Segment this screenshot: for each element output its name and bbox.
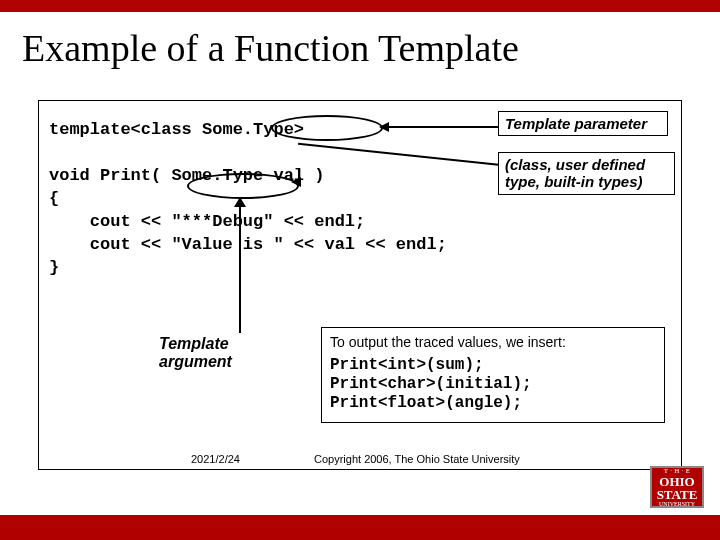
circle-sometype-decl <box>271 115 383 141</box>
top-red-bar <box>0 0 720 12</box>
annotation-template-parameter: Template parameter <box>498 111 668 136</box>
footer-date: 2021/2/24 <box>191 453 240 465</box>
arrow-note-head <box>291 177 301 187</box>
content-frame: template<class Some.Type> void Print( So… <box>38 100 682 470</box>
insert-box: To output the traced values, we insert: … <box>321 327 665 423</box>
slide-title: Example of a Function Template <box>22 26 519 70</box>
annotation-param-note: (class, user defined type, built-in type… <box>498 152 675 195</box>
arrow-argument-head <box>234 197 246 207</box>
insert-caption: To output the traced values, we insert: <box>330 334 656 350</box>
logo-university: UNIVERSITY <box>659 501 695 507</box>
osu-logo: T · H · E OHIO STATE UNIVERSITY <box>650 466 704 508</box>
footer-copyright: Copyright 2006, The Ohio State Universit… <box>314 453 520 465</box>
arrow-argument-line <box>239 201 241 333</box>
circle-sometype-use <box>187 173 299 199</box>
bottom-red-bar <box>0 515 720 540</box>
annotation-template-argument: Template argument <box>159 335 232 370</box>
insert-code: Print<int>(sum); Print<char>(initial); P… <box>330 356 656 414</box>
arrow-param-line <box>384 126 498 128</box>
arrow-param-head <box>379 122 389 132</box>
code-block: template<class Some.Type> void Print( So… <box>49 119 447 280</box>
logo-state: STATE <box>657 488 698 501</box>
